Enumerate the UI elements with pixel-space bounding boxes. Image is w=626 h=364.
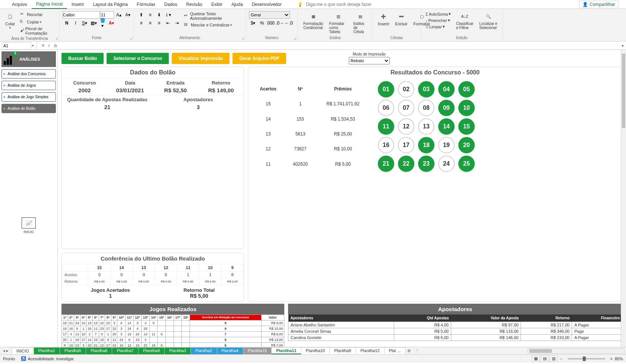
jogo-cell[interactable]: 11 [149,332,158,337]
jogo-cell[interactable]: 13 [74,343,80,347]
align-right-button[interactable]: ≡ [155,19,163,27]
print-mode-select[interactable]: Retrato [349,57,390,64]
jogo-cell[interactable] [165,337,174,343]
number-launcher[interactable]: ⤢ [294,37,297,41]
apost-cell[interactable]: R$ 116,00 [451,328,521,335]
jogo-cell[interactable]: 3 [117,332,126,337]
sheet-tab[interactable]: Planilha7 [112,347,138,354]
apost-cell[interactable]: Carolina Gomide [288,335,394,341]
apost-cell[interactable]: R$ 349,00 [521,328,572,335]
jogo-cell[interactable]: 17 [105,343,111,347]
decrease-font-button[interactable]: A▾ [124,11,132,19]
jogo-cell[interactable] [165,332,174,337]
jogo-cell[interactable] [158,320,166,326]
jogo-cell[interactable]: 19 [68,343,74,347]
add-sheet-button[interactable]: ⊕ [405,348,413,353]
sheet-tab[interactable]: Planilha10 [301,347,330,354]
find-select-button[interactable]: 🔍Localizar e Selecionar [477,11,500,31]
tab-inserir[interactable]: Inserir [67,0,88,9]
jogo-cell[interactable]: 23 [133,337,142,343]
jogo-cell[interactable]: 3 [80,343,86,347]
jogo-cell[interactable]: 20 [62,337,68,343]
cancel-formula-button[interactable]: ✕ [40,43,46,48]
jogo-cell[interactable] [182,343,190,347]
fill-button[interactable]: ↓ Preencher ▾ [424,17,452,23]
cell-styles-button[interactable]: ▤Estilos de Célula [351,11,369,35]
clear-button[interactable]: ◇ Limpar ▾ [424,24,452,29]
sheet-tab[interactable]: Plar ... [384,347,406,354]
zoom-in-button[interactable]: + [610,357,613,361]
jogo-cell[interactable] [182,320,190,326]
jogo-cell[interactable]: 2 [86,332,93,337]
jogo-cell[interactable]: 25 [142,326,150,332]
jogo-cell[interactable] [174,320,182,326]
jogo-cell[interactable]: 6 [158,343,166,347]
jogo-cell[interactable] [149,337,158,343]
jogo-cell[interactable]: 22 [142,343,150,347]
conditional-format-button[interactable]: ▦Formatação Condicional [301,11,325,31]
sheet-inicio[interactable]: INICIO [12,348,34,354]
jogo-cell[interactable] [149,326,158,332]
sheet-tab[interactable]: Planilha3 [164,347,191,354]
sheet-tab[interactable]: Planilha4 [217,347,243,354]
jogo-cell[interactable]: 9 [105,337,111,343]
increase-decimal-button[interactable]: .0→ [276,19,284,27]
cut-button[interactable]: ✂Recortar [19,11,56,18]
font-size-select[interactable] [101,11,114,19]
jogo-cell[interactable] [158,326,166,332]
sheet-tab[interactable]: Planilha8 [138,347,165,354]
jogo-cell[interactable]: 1 [105,332,111,337]
jogo-cell[interactable]: 3 [117,326,126,332]
sort-filter-button[interactable]: A↓ZClassificar e Filtrar [454,11,475,31]
jogo-cell[interactable]: 4 [133,326,142,332]
jogo-cell[interactable] [174,326,182,332]
accept-formula-button[interactable]: ✓ [46,43,52,48]
jogo-cell[interactable] [174,332,182,337]
visualizar-impressao-button[interactable]: Visualizar Impressão [172,53,230,64]
jogo-cell[interactable]: 23 [99,326,105,332]
jogo-cell[interactable]: 19 [126,332,134,337]
apost-cell[interactable]: Ariane Abelho Santarém [288,322,394,328]
jogo-cell[interactable]: 19 [86,320,93,326]
tab-desenvolvedor[interactable]: Desenvolvedor [247,0,286,9]
jogo-cell[interactable]: 22 [111,326,117,332]
jogo-cell[interactable]: 24 [111,343,117,347]
sidebar-item-jogos[interactable]: Análise de Jogos [1,81,56,90]
sheet-nav[interactable]: ◂ ▸ [0,348,12,353]
sidebar-item-bolao[interactable]: Análise de Bolão [1,104,56,113]
name-box[interactable] [1,42,31,50]
status-accessibility[interactable]: ♿Acessibilidade: investigar [21,356,74,361]
tab-layout[interactable]: Layout da Página [88,0,132,9]
inicio-button[interactable]: 📈 INICIO [1,217,56,234]
apost-cell[interactable]: Pago [572,328,622,335]
border-button[interactable]: ▦▾ [89,19,98,27]
jogo-cell[interactable]: 21 [93,343,99,347]
zoom-slider[interactable] [568,358,605,360]
jogo-cell[interactable]: 18 [62,326,68,332]
jogo-cell[interactable]: 15 [99,320,105,326]
jogo-cell[interactable]: 24 [133,332,142,337]
tab-exibir[interactable]: Exibir [207,0,227,9]
jogo-cell[interactable]: 9 [74,326,80,332]
percent-button[interactable]: % [258,19,266,27]
jogo-cell[interactable]: 18 [74,337,80,343]
tab-ajuda[interactable]: Ajuda [227,0,247,9]
align-center-button[interactable]: ≡ [146,19,154,27]
jogo-cell[interactable]: 13 [93,320,99,326]
insert-cells-button[interactable]: ➕Inserir [376,11,392,27]
jogo-cell[interactable]: 9 [149,320,158,326]
align-left-button[interactable]: ≡ [137,19,145,27]
jogo-cell[interactable]: 20 [86,343,93,347]
sheet-tab[interactable]: Planilha2 [190,347,217,354]
delete-cells-button[interactable]: ➖Excluir [393,11,410,27]
sidebar-item-concursos[interactable]: Análise dos Concursos [1,69,56,79]
tab-arquivo[interactable]: Arquivo [7,0,32,9]
increase-font-button[interactable]: A▴ [115,11,123,19]
jogo-cell[interactable]: 20 [111,332,117,337]
jogo-cell[interactable]: 24 [74,320,80,326]
jogo-cell[interactable]: 24 [126,326,134,332]
jogo-cell[interactable]: 15 [93,337,99,343]
jogo-cell[interactable] [174,343,182,347]
jogo-cell[interactable] [182,326,190,332]
jogo-cell[interactable]: 2 [111,320,117,326]
